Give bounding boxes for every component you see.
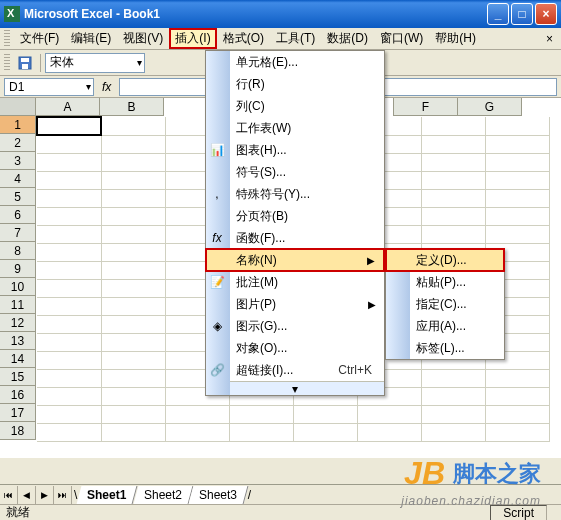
minimize-button[interactable]: _ bbox=[487, 3, 509, 25]
row-headers: 123456789101112131415161718 bbox=[0, 116, 36, 440]
menu-data[interactable]: 数据(D) bbox=[321, 28, 374, 49]
submenu-paste[interactable]: 粘贴(P)... bbox=[386, 271, 504, 293]
menu-function[interactable]: fx函数(F)... bbox=[206, 227, 384, 249]
hyperlink-icon: 🔗 bbox=[209, 362, 225, 378]
tab-last-icon[interactable]: ⏭ bbox=[54, 486, 72, 504]
select-all-corner[interactable] bbox=[0, 98, 36, 116]
watermark-logo: JB 脚本之家 bbox=[404, 455, 541, 492]
menu-edit[interactable]: 编辑(E) bbox=[65, 28, 117, 49]
row-head-17[interactable]: 17 bbox=[0, 404, 36, 422]
toolbar-grip bbox=[4, 54, 10, 72]
submenu-apply[interactable]: 应用(A)... bbox=[386, 315, 504, 337]
tab-sheet2[interactable]: Sheet2 bbox=[133, 486, 193, 504]
col-head-b[interactable]: B bbox=[100, 98, 164, 116]
chart-icon: 📊 bbox=[209, 142, 225, 158]
window-title: Microsoft Excel - Book1 bbox=[24, 7, 487, 21]
comma-icon: , bbox=[209, 186, 225, 202]
menubar-chevron-icon[interactable]: × bbox=[542, 32, 557, 46]
menu-insert[interactable]: 插入(I) bbox=[169, 28, 216, 49]
save-icon[interactable] bbox=[14, 52, 36, 74]
menu-comment[interactable]: 📝批注(M) bbox=[206, 271, 384, 293]
col-head-g[interactable]: G bbox=[458, 98, 522, 116]
menu-cells[interactable]: 单元格(E)... bbox=[206, 51, 384, 73]
row-head-13[interactable]: 13 bbox=[0, 332, 36, 350]
col-head-f[interactable]: F bbox=[394, 98, 458, 116]
row-head-10[interactable]: 10 bbox=[0, 278, 36, 296]
svg-rect-1 bbox=[21, 58, 29, 62]
menu-worksheet[interactable]: 工作表(W) bbox=[206, 117, 384, 139]
tab-sheet3[interactable]: Sheet3 bbox=[188, 486, 248, 504]
submenu-arrow-icon: ▶ bbox=[367, 255, 375, 266]
fx-icon: fx bbox=[209, 230, 225, 246]
submenu-arrow-icon: ▶ bbox=[368, 299, 376, 310]
row-head-16[interactable]: 16 bbox=[0, 386, 36, 404]
row-head-14[interactable]: 14 bbox=[0, 350, 36, 368]
menu-view[interactable]: 视图(V) bbox=[117, 28, 169, 49]
menu-file[interactable]: 文件(F) bbox=[14, 28, 65, 49]
name-box[interactable]: D1 bbox=[4, 78, 94, 96]
menu-chart[interactable]: 📊图表(H)... bbox=[206, 139, 384, 161]
close-button[interactable]: × bbox=[535, 3, 557, 25]
row-head-8[interactable]: 8 bbox=[0, 242, 36, 260]
row-head-6[interactable]: 6 bbox=[0, 206, 36, 224]
tab-first-icon[interactable]: ⏮ bbox=[0, 486, 18, 504]
submenu-define[interactable]: 定义(D)... bbox=[386, 249, 504, 271]
insert-dropdown: 单元格(E)... 行(R) 列(C) 工作表(W) 📊图表(H)... 符号(… bbox=[205, 50, 385, 396]
tab-prev-icon[interactable]: ◀ bbox=[18, 486, 36, 504]
menu-special-char[interactable]: ,特殊符号(Y)... bbox=[206, 183, 384, 205]
window-controls: _ □ × bbox=[487, 3, 557, 25]
menu-format[interactable]: 格式(O) bbox=[217, 28, 270, 49]
row-head-18[interactable]: 18 bbox=[0, 422, 36, 440]
svg-rect-2 bbox=[22, 64, 28, 69]
tab-next-icon[interactable]: ▶ bbox=[36, 486, 54, 504]
menu-expand-icon[interactable]: ▾ bbox=[206, 381, 384, 395]
menubar-grip bbox=[4, 30, 10, 48]
maximize-button[interactable]: □ bbox=[511, 3, 533, 25]
menu-object[interactable]: 对象(O)... bbox=[206, 337, 384, 359]
row-head-15[interactable]: 15 bbox=[0, 368, 36, 386]
font-selector[interactable]: 宋体 bbox=[45, 53, 145, 73]
row-head-9[interactable]: 9 bbox=[0, 260, 36, 278]
row-head-12[interactable]: 12 bbox=[0, 314, 36, 332]
menu-symbol[interactable]: 符号(S)... bbox=[206, 161, 384, 183]
row-head-3[interactable]: 3 bbox=[0, 152, 36, 170]
row-head-11[interactable]: 11 bbox=[0, 296, 36, 314]
menu-name[interactable]: 名称(N)▶ bbox=[206, 249, 384, 271]
diagram-icon: ◈ bbox=[209, 318, 225, 334]
menu-picture[interactable]: 图片(P)▶ bbox=[206, 293, 384, 315]
menu-help[interactable]: 帮助(H) bbox=[429, 28, 482, 49]
menu-tools[interactable]: 工具(T) bbox=[270, 28, 321, 49]
comment-icon: 📝 bbox=[209, 274, 225, 290]
row-head-1[interactable]: 1 bbox=[0, 116, 36, 134]
name-submenu: 定义(D)... 粘贴(P)... 指定(C)... 应用(A)... 标签(L… bbox=[385, 248, 505, 360]
row-head-4[interactable]: 4 bbox=[0, 170, 36, 188]
excel-icon bbox=[4, 6, 20, 22]
menubar: 文件(F) 编辑(E) 视图(V) 插入(I) 格式(O) 工具(T) 数据(D… bbox=[0, 28, 561, 50]
col-head-a[interactable]: A bbox=[36, 98, 100, 116]
fx-icon[interactable]: fx bbox=[102, 80, 111, 94]
row-head-2[interactable]: 2 bbox=[0, 134, 36, 152]
menu-rows[interactable]: 行(R) bbox=[206, 73, 384, 95]
watermark-url: jiaoben.chazidian.com bbox=[401, 494, 541, 508]
submenu-label[interactable]: 标签(L)... bbox=[386, 337, 504, 359]
titlebar: Microsoft Excel - Book1 _ □ × bbox=[0, 0, 561, 28]
menu-pagebreak[interactable]: 分页符(B) bbox=[206, 205, 384, 227]
menu-columns[interactable]: 列(C) bbox=[206, 95, 384, 117]
row-head-5[interactable]: 5 bbox=[0, 188, 36, 206]
submenu-create[interactable]: 指定(C)... bbox=[386, 293, 504, 315]
tab-nav: ⏮ ◀ ▶ ⏭ bbox=[0, 486, 72, 504]
menu-window[interactable]: 窗口(W) bbox=[374, 28, 429, 49]
menu-hyperlink[interactable]: 🔗超链接(I)...Ctrl+K bbox=[206, 359, 384, 381]
menu-diagram[interactable]: ◈图示(G)... bbox=[206, 315, 384, 337]
row-head-7[interactable]: 7 bbox=[0, 224, 36, 242]
tab-sheet1[interactable]: Sheet1 bbox=[77, 486, 138, 504]
